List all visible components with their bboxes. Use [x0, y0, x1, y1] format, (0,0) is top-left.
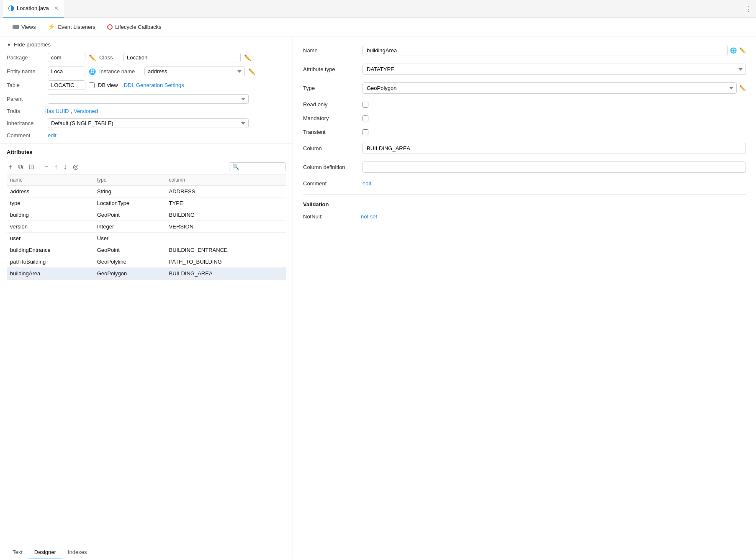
- table-row[interactable]: buildingEntranceGeoPointBUILDING_ENTRANC…: [7, 244, 286, 256]
- right-readonly-row: Read only: [303, 101, 746, 108]
- right-name-row: Name 🌐 ✏️: [303, 45, 746, 56]
- hide-properties-label: Hide properties: [14, 41, 51, 48]
- name-input-row: 🌐 ✏️: [363, 45, 746, 56]
- column-input[interactable]: [363, 143, 746, 154]
- move-up-button[interactable]: ↑: [53, 162, 59, 172]
- validation-title: Validation: [303, 200, 746, 208]
- table-header: name type column: [7, 174, 286, 186]
- tab-menu-button[interactable]: ⋮: [745, 4, 753, 13]
- tab-designer[interactable]: Designer: [28, 546, 62, 559]
- move-down-button[interactable]: ↓: [62, 162, 69, 172]
- right-comment-edit-link[interactable]: edit: [363, 180, 371, 187]
- instance-name-select[interactable]: address: [144, 67, 245, 76]
- transient-checkbox[interactable]: [363, 129, 368, 135]
- table-row[interactable]: addressStringADDRESS: [7, 186, 286, 197]
- java-file-icon: [8, 5, 14, 11]
- package-label: Package: [7, 54, 44, 61]
- right-comment-label: Comment: [303, 180, 357, 187]
- file-tab-location[interactable]: Location.java ✕: [3, 0, 64, 18]
- inheritance-select[interactable]: Default (SINGLE_TABLE): [48, 118, 249, 128]
- toolbar-separator-1: [39, 164, 39, 170]
- right-col-def-row: Column definition: [303, 162, 746, 173]
- trait-versioned[interactable]: Versioned: [74, 108, 98, 114]
- properties-section: ▼ Hide properties Package ✏️ Class ✏️ En…: [0, 36, 293, 144]
- tab-close-button[interactable]: ✕: [54, 5, 59, 11]
- parent-row: Parent: [7, 94, 286, 104]
- right-panel: Name 🌐 ✏️ Attribute type DATATYPE Type G…: [293, 36, 756, 559]
- table-label: Table: [7, 82, 44, 88]
- paste-attribute-button[interactable]: ⊡: [27, 162, 36, 172]
- mandatory-checkbox[interactable]: [363, 115, 368, 121]
- table-input[interactable]: [48, 80, 85, 90]
- package-input[interactable]: [48, 53, 85, 62]
- col-header-column: column: [166, 174, 286, 186]
- tab-indexes[interactable]: Indexes: [62, 546, 93, 559]
- name-globe-icon[interactable]: 🌐: [730, 47, 737, 54]
- package-edit-icon[interactable]: ✏️: [89, 54, 96, 61]
- col-def-input[interactable]: [363, 162, 746, 173]
- right-attr-type-row: Attribute type DATATYPE: [303, 64, 746, 75]
- add-attribute-button[interactable]: +: [7, 162, 14, 172]
- entity-name-input[interactable]: [48, 67, 85, 76]
- attributes-toolbar: + ⧉ ⊡ − ↑ ↓ ◎ 🔍: [7, 159, 286, 174]
- table-row[interactable]: versionIntegerVERSION: [7, 221, 286, 233]
- instance-name-edit-icon[interactable]: ✏️: [248, 68, 255, 75]
- traits-row: Traits Has UUID , Versioned: [7, 108, 286, 114]
- instance-name-label: Instance name: [99, 68, 141, 74]
- attributes-section: Attributes + ⧉ ⊡ − ↑ ↓ ◎ 🔍: [0, 144, 293, 280]
- left-panel: ▼ Hide properties Package ✏️ Class ✏️ En…: [0, 36, 293, 559]
- right-name-label: Name: [303, 47, 357, 54]
- right-readonly-label: Read only: [303, 101, 357, 108]
- inheritance-row: Inheritance Default (SINGLE_TABLE): [7, 118, 286, 128]
- db-view-checkbox[interactable]: [89, 82, 95, 88]
- view-button[interactable]: ◎: [71, 162, 80, 172]
- parent-label: Parent: [7, 96, 44, 102]
- globe-icon[interactable]: 🌐: [89, 68, 96, 75]
- trait-has-uuid[interactable]: Has UUID: [44, 108, 69, 114]
- lifecycle-callbacks-button[interactable]: Lifecycle Callbacks: [101, 22, 167, 32]
- attr-type-select[interactable]: DATATYPE: [363, 64, 746, 75]
- lifecycle-icon: [107, 24, 113, 30]
- chevron-down-icon: ▼: [7, 42, 11, 47]
- entity-name-label: Entity name: [7, 68, 44, 74]
- not-null-value[interactable]: not set: [361, 213, 377, 220]
- hide-properties-header[interactable]: ▼ Hide properties: [7, 41, 286, 48]
- views-button[interactable]: Views: [7, 22, 41, 32]
- search-input[interactable]: [241, 164, 283, 170]
- right-col-def-label: Column definition: [303, 164, 357, 170]
- class-edit-icon[interactable]: ✏️: [244, 54, 251, 61]
- event-listeners-button[interactable]: ⚡ Event Listeners: [41, 21, 101, 33]
- right-comment-row: Comment edit: [303, 180, 746, 187]
- left-scroll-area: ▼ Hide properties Package ✏️ Class ✏️ En…: [0, 36, 293, 543]
- read-only-checkbox[interactable]: [363, 102, 368, 108]
- copy-attribute-button[interactable]: ⧉: [16, 162, 24, 172]
- table-dbview-row: Table DB view DDL Generation Settings: [7, 80, 286, 90]
- name-edit-icon[interactable]: ✏️: [739, 47, 746, 54]
- table-row[interactable]: userUser: [7, 233, 286, 244]
- bottom-tabs: Text Designer Indexes: [0, 543, 293, 559]
- table-header-row: name type column: [7, 174, 286, 186]
- table-row[interactable]: pathToBuildingGeoPolylinePATH_TO_BUILDIN…: [7, 256, 286, 268]
- attributes-table-scroll[interactable]: name type column addressStringADDRESStyp…: [7, 174, 286, 280]
- right-type-label: Type: [303, 85, 357, 91]
- class-input[interactable]: [123, 53, 241, 62]
- type-select[interactable]: GeoPolygon: [363, 82, 737, 94]
- table-row[interactable]: buildingGeoPointBUILDING: [7, 209, 286, 221]
- views-label: Views: [21, 24, 36, 30]
- name-input[interactable]: [363, 45, 728, 56]
- tab-text[interactable]: Text: [7, 546, 28, 559]
- table-row[interactable]: typeLocationTypeTYPE_: [7, 197, 286, 209]
- toolbar: Views ⚡ Event Listeners Lifecycle Callba…: [0, 18, 756, 36]
- parent-select[interactable]: [48, 94, 249, 104]
- ddl-settings-link[interactable]: DDL Generation Settings: [124, 82, 184, 88]
- inheritance-label: Inheritance: [7, 120, 44, 126]
- main-container: ▼ Hide properties Package ✏️ Class ✏️ En…: [0, 36, 756, 559]
- remove-attribute-button[interactable]: −: [43, 162, 50, 172]
- comment-edit-link[interactable]: edit: [48, 132, 57, 138]
- table-row[interactable]: buildingAreaGeoPolygonBUILDING_AREA: [7, 268, 286, 280]
- type-edit-icon[interactable]: ✏️: [739, 85, 746, 91]
- traits-label: Traits: [7, 108, 44, 114]
- col-header-type: type: [94, 174, 166, 186]
- type-input-row: GeoPolygon ✏️: [363, 82, 746, 94]
- right-mandatory-label: Mandatory: [303, 115, 357, 121]
